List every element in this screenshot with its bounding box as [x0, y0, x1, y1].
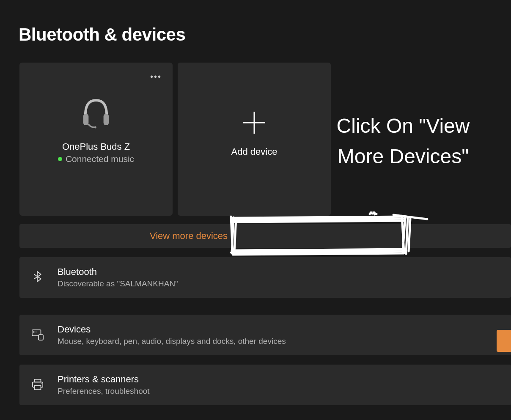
- svg-rect-14: [35, 379, 41, 382]
- add-device-card[interactable]: Add device: [178, 63, 331, 216]
- plus-icon: [241, 109, 268, 136]
- svg-point-11: [36, 332, 37, 333]
- printers-row-title: Printers & scanners: [58, 374, 150, 385]
- svg-point-8: [36, 331, 37, 332]
- devices-icon: [31, 328, 45, 342]
- annotation-overlay-text: Click On "View More Devices": [312, 111, 494, 172]
- view-more-label: View more devices: [150, 231, 228, 242]
- device-card-oneplus[interactable]: ••• OnePlus Buds Z Connected music: [19, 63, 173, 216]
- svg-point-7: [35, 331, 36, 332]
- bluetooth-row-title: Bluetooth: [58, 266, 178, 277]
- device-name: OnePlus Buds Z: [62, 141, 130, 152]
- printer-icon: [31, 378, 45, 392]
- svg-point-9: [33, 332, 34, 333]
- svg-point-10: [35, 332, 36, 333]
- view-more-devices-button[interactable]: View more devices: [19, 224, 511, 248]
- page-title: Bluetooth & devices: [0, 0, 511, 45]
- devices-row-subtitle: Mouse, keyboard, pen, audio, displays an…: [58, 337, 286, 346]
- printers-row[interactable]: Printers & scanners Preferences, trouble…: [19, 365, 511, 405]
- devices-row[interactable]: Devices Mouse, keyboard, pen, audio, dis…: [19, 315, 511, 355]
- add-device-label: Add device: [231, 146, 277, 157]
- headphone-icon: [78, 94, 114, 129]
- svg-point-2: [94, 126, 96, 128]
- status-dot-icon: [58, 157, 62, 161]
- devices-row-title: Devices: [58, 324, 286, 335]
- svg-point-17: [41, 383, 42, 384]
- svg-point-13: [41, 338, 41, 339]
- bluetooth-row-text: Bluetooth Discoverable as "SALMANKHAN": [58, 266, 178, 288]
- device-status: Connected music: [66, 154, 134, 164]
- device-status-row: Connected music: [58, 154, 134, 164]
- devices-row-indicator: [497, 330, 511, 352]
- bluetooth-row[interactable]: Bluetooth Discoverable as "SALMANKHAN": [19, 257, 511, 298]
- more-options-button[interactable]: •••: [150, 72, 162, 82]
- svg-rect-16: [35, 386, 41, 390]
- bluetooth-row-subtitle: Discoverable as "SALMANKHAN": [58, 279, 178, 288]
- bluetooth-icon: [31, 271, 45, 284]
- printers-row-text: Printers & scanners Preferences, trouble…: [58, 374, 150, 396]
- svg-rect-0: [83, 114, 89, 125]
- devices-row-text: Devices Mouse, keyboard, pen, audio, dis…: [58, 324, 286, 346]
- svg-point-6: [33, 331, 34, 332]
- svg-rect-1: [104, 114, 109, 125]
- printers-row-subtitle: Preferences, troubleshoot: [58, 387, 150, 396]
